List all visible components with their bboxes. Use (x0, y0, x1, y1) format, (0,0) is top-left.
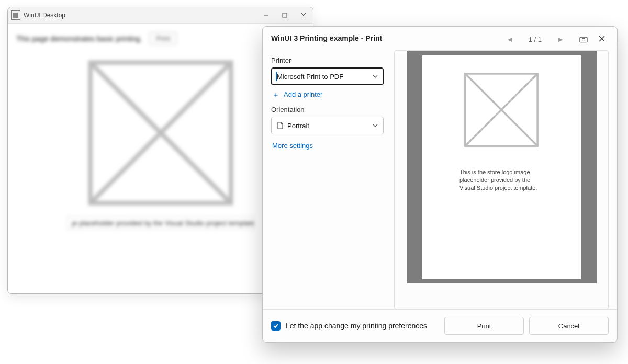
print-button[interactable]: Print (149, 32, 177, 45)
cancel-action-button[interactable]: Cancel (529, 317, 609, 335)
more-settings-link[interactable]: More settings (272, 142, 384, 150)
add-printer-label: Add a printer (284, 90, 322, 98)
image-caption: ȷe placeholder provided by the Visual St… (67, 217, 254, 230)
preview-caption: This is the store logo image placeholder… (459, 168, 543, 192)
printer-label: Printer (271, 56, 384, 64)
page-indicator: 1 / 1 (529, 36, 542, 43)
svg-rect-7 (580, 37, 587, 42)
chevron-down-icon (373, 124, 378, 127)
add-printer-link[interactable]: ＋ Add a printer (272, 90, 384, 98)
page-navigator: ◀ 1 / 1 ▶ (506, 34, 588, 45)
orientation-select[interactable]: Portrait (271, 117, 384, 134)
page-description: This page demonstrates basic printing. (16, 35, 142, 43)
plus-icon: ＋ (272, 91, 279, 98)
preferences-checkbox-label: Let the app change my printing preferenc… (286, 322, 427, 330)
titlebar: WinUI Desktop (8, 7, 313, 24)
svg-rect-1 (283, 13, 287, 17)
print-settings-panel: Printer Microsoft Print to PDF ＋ Add a p… (271, 50, 384, 309)
printer-select-value: Microsoft Print to PDF (277, 73, 343, 81)
orientation-label: Orientation (271, 106, 384, 113)
chevron-down-icon (373, 75, 378, 78)
next-page-button[interactable]: ▶ (556, 34, 565, 45)
orientation-select-value: Portrait (287, 122, 309, 130)
more-settings-label: More settings (272, 142, 313, 150)
printer-select[interactable]: Microsoft Print to PDF (271, 67, 384, 85)
close-icon[interactable] (595, 34, 609, 43)
app-icon (11, 10, 20, 20)
print-action-button[interactable]: Print (444, 317, 524, 335)
preview-page-frame: This is the store logo image placeholder… (407, 51, 597, 283)
print-dialog: WinUI 3 Printing example - Print ◀ 1 / 1… (262, 26, 618, 343)
document-icon (277, 122, 283, 129)
preferences-checkbox[interactable] (271, 321, 281, 331)
preview-page: This is the store logo image placeholder… (422, 55, 581, 279)
print-preview: This is the store logo image placeholder… (394, 50, 609, 309)
prev-page-button[interactable]: ◀ (506, 34, 514, 45)
close-button[interactable] (294, 7, 313, 23)
preview-image-placeholder (464, 72, 539, 147)
dialog-title: WinUI 3 Printing example - Print (271, 34, 506, 42)
dialog-footer: Let the app change my printing preferenc… (263, 309, 617, 342)
fit-to-page-button[interactable] (579, 37, 588, 43)
svg-rect-8 (582, 38, 585, 41)
minimize-button[interactable] (256, 7, 275, 23)
maximize-button[interactable] (275, 7, 294, 23)
window-title: WinUI Desktop (24, 12, 256, 19)
image-placeholder (87, 60, 234, 206)
